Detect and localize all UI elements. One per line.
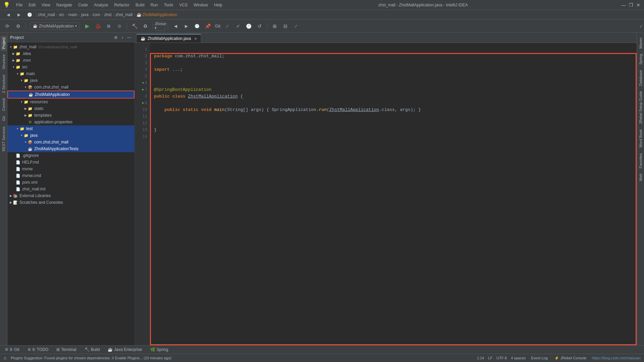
- tree-mvnw-cmd[interactable]: 📄 mvnw.cmd: [7, 172, 135, 179]
- breadcrumb-main[interactable]: main: [68, 12, 77, 17]
- right-tab-spring[interactable]: Spring: [638, 52, 644, 67]
- panel-bottom-button[interactable]: ⊟: [281, 21, 290, 31]
- menu-vcs[interactable]: VCS: [177, 2, 191, 8]
- todo-bottom-btn[interactable]: ⑥ 6: TODO: [26, 347, 50, 353]
- url-link[interactable]: https://blog.csdn.net/chaiyuan: [592, 356, 641, 360]
- breadcrumb-java[interactable]: java: [81, 12, 89, 17]
- sync-button[interactable]: ⟳: [3, 21, 12, 31]
- forward-button[interactable]: ▶: [14, 10, 23, 19]
- breadcrumb-zhst-mall[interactable]: zhst_mall: [116, 12, 133, 17]
- tree-idea[interactable]: ▶ 📁 .idea: [7, 50, 135, 57]
- vcs-back-button[interactable]: ◀: [171, 21, 180, 31]
- menu-view[interactable]: View: [39, 2, 53, 8]
- menu-window[interactable]: Window: [191, 2, 211, 8]
- tree-helpmd[interactable]: 📄 HELP.md: [7, 159, 135, 166]
- settings-button[interactable]: ⚙: [13, 21, 23, 31]
- coverage-button[interactable]: ⊞: [104, 21, 113, 31]
- menu-navigate[interactable]: Navigate: [54, 2, 75, 8]
- terminal-bottom-btn[interactable]: ⊞ Terminal: [55, 347, 77, 353]
- tree-java[interactable]: ▾ 📁 java: [7, 77, 135, 84]
- debug-button[interactable]: 🐞: [93, 21, 103, 31]
- tree-root[interactable]: ▾ 📁 zhst_mall D:\code\learn\zhst_mall: [7, 44, 135, 50]
- java-enterprise-bottom-btn[interactable]: ☕ Java Enterprise: [106, 347, 143, 353]
- vcs-history-button[interactable]: 🕐: [192, 21, 202, 31]
- tree-test[interactable]: ▾ 📁 test: [7, 125, 135, 132]
- breadcrumb-project[interactable]: zhst_mall: [38, 12, 55, 17]
- breadcrumb-zhst[interactable]: zhst: [104, 12, 112, 17]
- tab-structure[interactable]: Structure: [1, 52, 7, 71]
- recent-files-button[interactable]: 🕐: [25, 10, 34, 19]
- tab-zstructure[interactable]: Z Structure: [1, 73, 7, 95]
- project-hide-icon[interactable]: —: [126, 35, 132, 40]
- tab-project[interactable]: Project: [1, 36, 7, 51]
- rebuild-button[interactable]: ♻: [141, 21, 150, 31]
- menu-tools[interactable]: Tools: [161, 2, 176, 8]
- tab-zhst-mall-app[interactable]: ☕ ZhstMallApplication.java ✕: [136, 34, 201, 43]
- menu-edit[interactable]: Edit: [26, 2, 38, 8]
- tree-src[interactable]: ▾ 📁 src: [7, 64, 135, 70]
- tab-close-button[interactable]: ✕: [194, 37, 197, 41]
- close-button[interactable]: ✕: [636, 3, 641, 7]
- project-collapse-icon[interactable]: ↕: [120, 35, 125, 40]
- event-log-btn[interactable]: Event Log: [530, 355, 549, 361]
- run-button[interactable]: ▶: [83, 21, 92, 31]
- tree-java-test[interactable]: ▾ 📁 java: [7, 132, 135, 139]
- tree-mvn[interactable]: ▶ 📁 .mvn: [7, 57, 135, 64]
- right-tab-favorites[interactable]: Favorites: [638, 151, 644, 170]
- menu-refactor[interactable]: Refactor: [112, 2, 132, 8]
- jrebel-button[interactable]: JRebel ▾: [156, 21, 165, 31]
- right-tab-database[interactable]: Database: [638, 68, 644, 88]
- tree-templates[interactable]: ▶ 📁 templates: [7, 112, 135, 119]
- panel-left-button[interactable]: ⊞: [270, 21, 279, 31]
- menu-analyze[interactable]: Analyze: [91, 2, 111, 8]
- build-button[interactable]: 🔨: [130, 21, 139, 31]
- build-bottom-btn[interactable]: 🔨 Build: [83, 347, 101, 353]
- tab-git-tool[interactable]: Git: [1, 114, 7, 123]
- git-check-button[interactable]: ✔: [233, 21, 243, 31]
- git-reset-button[interactable]: ↺: [255, 21, 264, 31]
- tree-zhst-mall-app[interactable]: ☕ ZhstMallApplication: [7, 90, 135, 99]
- tree-package[interactable]: ▾ 📦 com.zhst.zhst_mall: [7, 84, 135, 90]
- menu-build[interactable]: Build: [133, 2, 147, 8]
- tree-pom[interactable]: 📄 pom.xml: [7, 179, 135, 186]
- menu-code[interactable]: Code: [75, 2, 91, 8]
- code-view[interactable]: 1 2 3 4 5 ● 6 ▶ 7 8 ▶ 9: [135, 43, 637, 345]
- code-text[interactable]: package com.zhst.zhst_mall; import ...; …: [150, 43, 637, 345]
- minimize-button[interactable]: —: [621, 3, 626, 7]
- tree-mvnw[interactable]: 📄 mvnw: [7, 166, 135, 172]
- jrebel-console-btn[interactable]: ⚡ JRebel Console: [553, 355, 588, 361]
- run-config-selector[interactable]: ☕ ZhstMallApplication ▾: [30, 22, 80, 30]
- tree-external-libs[interactable]: ▶ 📚 External Libraries: [7, 192, 135, 199]
- git-tick-button[interactable]: ✓: [223, 21, 232, 31]
- editor-content[interactable]: 1 2 3 4 5 ● 6 ▶ 7 8 ▶ 9: [135, 43, 637, 345]
- tree-zhst-mall-tests[interactable]: ☕ ZhstMallApplicationTests: [7, 145, 135, 152]
- notifications-button[interactable]: ✓: [291, 21, 301, 31]
- tree-gitignore[interactable]: 📄 .gitignore: [7, 152, 135, 159]
- right-tab-wordbook[interactable]: Word Book: [638, 127, 644, 149]
- tree-scratches[interactable]: ▶ 📝 Scratches and Consoles: [7, 199, 135, 206]
- maximize-button[interactable]: ❐: [629, 3, 633, 7]
- menu-file[interactable]: File: [13, 2, 25, 8]
- profile-button[interactable]: ⊙: [115, 21, 124, 31]
- tree-resources[interactable]: ▾ 📁 resources: [7, 99, 135, 105]
- tree-package-test[interactable]: ▾ 📦 com.zhst.zhst_mall: [7, 139, 135, 145]
- breadcrumb-com[interactable]: com: [93, 12, 100, 17]
- project-settings-icon[interactable]: ⚙: [113, 35, 118, 40]
- tree-app-props[interactable]: ⚙ application.properties: [7, 119, 135, 125]
- tree-iml[interactable]: 📄 zhst_mall.iml: [7, 186, 135, 192]
- back-button[interactable]: ◀: [3, 10, 13, 19]
- git-clock-button[interactable]: 🕐: [244, 21, 254, 31]
- tree-main[interactable]: ▾ 📁 main: [7, 70, 135, 77]
- right-tab-maven[interactable]: Maven: [638, 36, 644, 51]
- tab-commit[interactable]: Commit: [1, 96, 7, 113]
- menu-run[interactable]: Run: [148, 2, 161, 8]
- right-tab-jrebel[interactable]: JRebel Setup Guide: [638, 89, 644, 126]
- git-bottom-btn[interactable]: ⑨ 9: Git: [3, 347, 21, 353]
- right-tab-web[interactable]: Web: [638, 172, 644, 183]
- menu-help[interactable]: Help: [211, 2, 225, 8]
- spring-bottom-btn[interactable]: 🌿 Spring: [149, 347, 170, 353]
- tab-restservices[interactable]: REST Services: [1, 124, 7, 153]
- vcs-forward-button[interactable]: ▶: [181, 21, 191, 31]
- tree-static[interactable]: ▶ 📁 static: [7, 105, 135, 112]
- vcs-bookmark-button[interactable]: 📌: [203, 21, 212, 31]
